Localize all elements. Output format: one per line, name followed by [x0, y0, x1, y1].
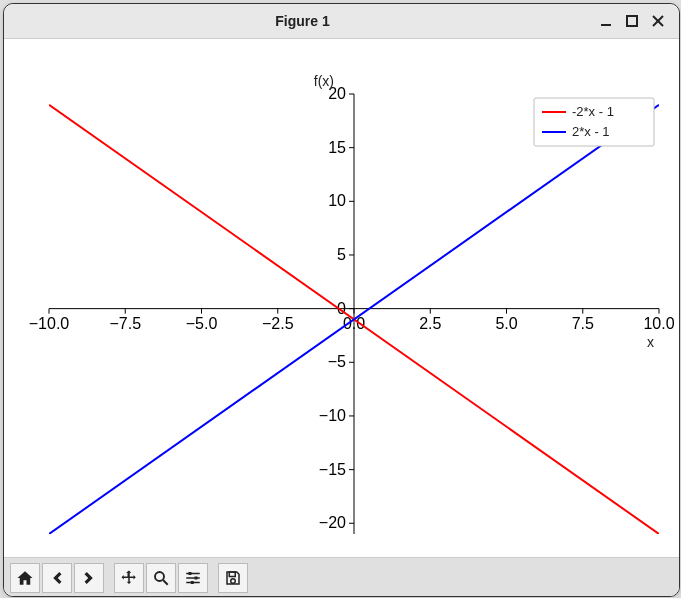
x-axis-label: x — [647, 334, 654, 350]
configure-button[interactable] — [178, 563, 208, 593]
x-tick-label: 5.0 — [495, 315, 517, 332]
window-title: Figure 1 — [12, 13, 593, 29]
svg-rect-26 — [189, 572, 192, 575]
y-tick-label: −15 — [319, 461, 346, 478]
pan-button[interactable] — [114, 563, 144, 593]
svg-rect-28 — [195, 577, 198, 580]
svg-point-32 — [231, 579, 236, 584]
maximize-button[interactable] — [619, 8, 645, 34]
save-button[interactable] — [218, 563, 248, 593]
forward-button[interactable] — [74, 563, 104, 593]
svg-point-23 — [155, 572, 164, 581]
legend-label: -2*x - 1 — [572, 104, 614, 119]
x-tick-label: 0.0 — [343, 315, 365, 332]
sliders-icon — [184, 569, 202, 587]
x-tick-label: 10.0 — [643, 315, 674, 332]
minimize-button[interactable] — [593, 8, 619, 34]
x-tick-label: 2.5 — [419, 315, 441, 332]
svg-rect-30 — [191, 581, 194, 584]
close-button[interactable] — [645, 8, 671, 34]
y-tick-label: −5 — [328, 353, 346, 370]
matplotlib-toolbar — [4, 557, 679, 597]
titlebar: Figure 1 — [4, 4, 679, 39]
svg-rect-31 — [229, 572, 235, 577]
y-tick-label: 15 — [328, 139, 346, 156]
x-tick-label: −10.0 — [29, 315, 70, 332]
back-button[interactable] — [42, 563, 72, 593]
y-tick-label: −20 — [319, 514, 346, 531]
x-tick-label: −7.5 — [109, 315, 141, 332]
save-icon — [224, 569, 242, 587]
arrow-right-icon — [80, 569, 98, 587]
plot-area[interactable]: −10.0−7.5−5.0−2.50.02.55.07.510.0−20−15−… — [4, 39, 679, 557]
y-tick-label: 5 — [337, 246, 346, 263]
move-icon — [120, 569, 138, 587]
legend-label: 2*x - 1 — [572, 124, 610, 139]
figure-window: Figure 1 −10.0−7.5−5.0−2.50.02.55.07.510… — [3, 3, 680, 597]
home-button[interactable] — [10, 563, 40, 593]
x-tick-label: −2.5 — [262, 315, 294, 332]
y-tick-label: 10 — [328, 192, 346, 209]
svg-line-24 — [163, 580, 168, 585]
y-axis-label: f(x) — [314, 73, 334, 89]
svg-rect-1 — [627, 16, 637, 26]
chart-svg: −10.0−7.5−5.0−2.50.02.55.07.510.0−20−15−… — [4, 39, 679, 557]
x-tick-label: 7.5 — [572, 315, 594, 332]
home-icon — [16, 569, 34, 587]
x-tick-label: −5.0 — [186, 315, 218, 332]
zoom-icon — [152, 569, 170, 587]
zoom-button[interactable] — [146, 563, 176, 593]
y-tick-label: −10 — [319, 407, 346, 424]
arrow-left-icon — [48, 569, 66, 587]
